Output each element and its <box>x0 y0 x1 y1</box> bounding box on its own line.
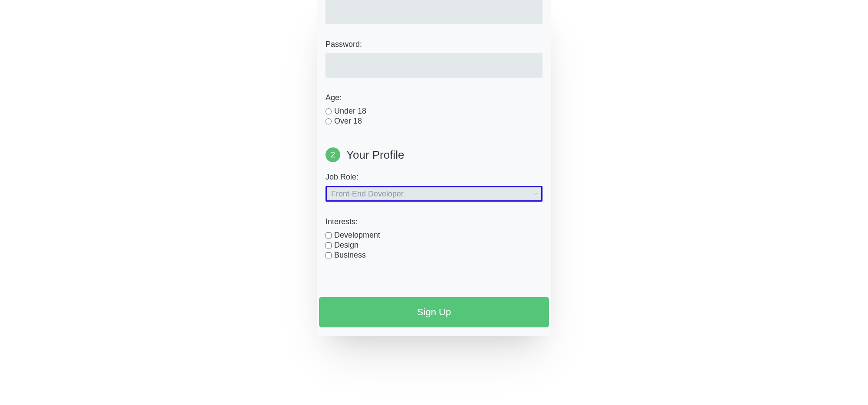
checkbox-development[interactable] <box>326 232 332 238</box>
checkbox-design-label: Design <box>334 241 358 250</box>
step-badge-2: 2 <box>326 147 340 162</box>
signup-form-container: Password: Age: Under 18 Over 18 2 Your P… <box>317 0 551 336</box>
password-field-group: Password: <box>326 40 542 78</box>
radio-under18-label: Under 18 <box>334 107 366 116</box>
interests-field-group: Interests: Development Design Business <box>326 217 542 260</box>
job-role-field-group: Job Role: Front-End Developer <box>326 173 542 202</box>
password-label: Password: <box>326 40 542 49</box>
interests-label: Interests: <box>326 217 542 226</box>
section-heading-profile: 2 Your Profile <box>326 147 542 162</box>
radio-over18[interactable] <box>326 118 332 124</box>
interest-development: Development <box>326 231 542 240</box>
interest-business: Business <box>326 251 542 260</box>
age-field-group: Age: Under 18 Over 18 <box>326 93 542 126</box>
age-label: Age: <box>326 93 542 102</box>
radio-under18[interactable] <box>326 108 332 114</box>
radio-over18-label: Over 18 <box>334 117 362 126</box>
job-role-select[interactable]: Front-End Developer <box>326 186 542 202</box>
password-field[interactable] <box>326 53 542 78</box>
signup-button[interactable]: Sign Up <box>319 297 549 327</box>
checkbox-development-label: Development <box>334 231 380 240</box>
checkbox-business-label: Business <box>334 251 366 260</box>
age-option-under18: Under 18 <box>326 107 542 116</box>
job-role-label: Job Role: <box>326 173 542 182</box>
age-option-over18: Over 18 <box>326 117 542 126</box>
interest-design: Design <box>326 241 542 250</box>
section-title-profile: Your Profile <box>346 148 404 162</box>
job-role-select-wrap: Front-End Developer <box>326 186 542 202</box>
checkbox-design[interactable] <box>326 242 332 248</box>
email-field[interactable] <box>326 0 542 24</box>
checkbox-business[interactable] <box>326 252 332 258</box>
